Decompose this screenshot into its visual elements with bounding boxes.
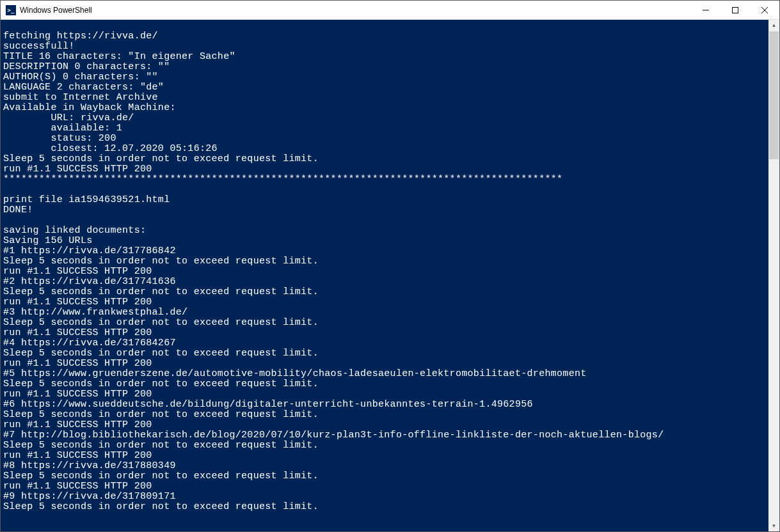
window-title: Windows PowerShell — [20, 6, 691, 15]
powershell-icon: >_ — [6, 5, 16, 15]
window-controls — [691, 1, 779, 19]
close-button[interactable] — [750, 1, 779, 19]
terminal-output[interactable]: fetching https://rivva.de/ successfull! … — [1, 20, 768, 531]
svg-rect-1 — [733, 7, 738, 13]
scroll-thumb[interactable] — [769, 31, 779, 159]
minimize-button[interactable] — [691, 1, 720, 19]
titlebar: >_ Windows PowerShell — [1, 1, 779, 20]
maximize-icon — [732, 7, 738, 13]
minimize-icon — [703, 7, 709, 13]
scroll-up-arrow[interactable]: ▲ — [768, 20, 779, 31]
maximize-button[interactable] — [720, 1, 750, 19]
close-icon — [761, 7, 768, 13]
terminal-container: fetching https://rivva.de/ successfull! … — [1, 20, 779, 531]
scroll-down-arrow[interactable]: ▼ — [768, 520, 779, 531]
vertical-scrollbar[interactable]: ▲ ▼ — [768, 20, 779, 531]
